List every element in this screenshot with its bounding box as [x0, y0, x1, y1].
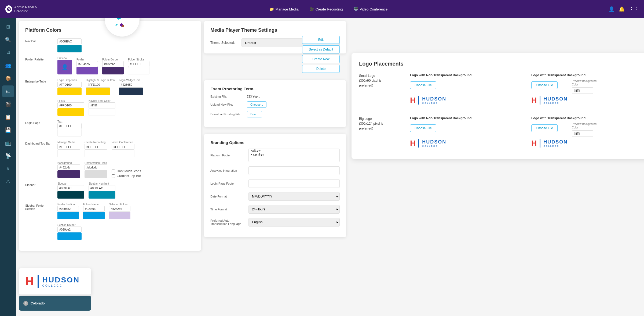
download-row: Download Existing File: Dow... [210, 111, 340, 117]
folder-section-input[interactable] [57, 206, 79, 212]
sidebar-item-media[interactable]: 🎬 [2, 98, 14, 110]
login-text-input[interactable] [57, 123, 82, 129]
big-trans-choose-button[interactable]: Choose File [531, 124, 558, 132]
upload-new-label: Upload New File: [210, 103, 243, 106]
login-text-swatch [57, 129, 82, 137]
time-format-select[interactable]: 24-Hours 12-Hours [248, 205, 340, 214]
date-format-select[interactable]: MM/DD/YYYY DD/MM/YYYY YYYY/MM/DD [248, 192, 340, 201]
folder-border-input[interactable] [102, 61, 124, 67]
sidebar-item-warning[interactable]: ⚠ [2, 176, 14, 188]
login-dropdown-swatch [57, 88, 82, 95]
svg-text:S: S [8, 8, 10, 11]
analytics-input[interactable] [248, 166, 340, 175]
folder-stroke-input[interactable] [128, 61, 149, 67]
download-label: Download Existing File: [210, 113, 243, 116]
login-widget-input[interactable] [119, 82, 143, 88]
big-logo-size-label: Big Logo(300x124 pixel ispreferred) [359, 116, 402, 131]
small-trans-preview: H HUDSON COLLEGE [531, 92, 568, 108]
big-nontrans-choose-button[interactable]: Choose File [410, 124, 436, 132]
nav-video-conference[interactable]: 🖥️ Video Conference [354, 7, 388, 11]
folder-hex-input[interactable] [76, 61, 98, 67]
video-conf-color-group: Video Conference [112, 141, 134, 157]
navbar-font-input[interactable] [89, 102, 115, 108]
logo-placements-panel: Logo Placements Small Logo(300x90 pixel … [352, 53, 644, 159]
big-nontrans-title: Logo with Non-Transparent Background [410, 116, 523, 120]
small-trans-choose-button[interactable]: Choose File [531, 81, 558, 89]
upload-choose-button[interactable]: Choose... [247, 101, 266, 108]
video-conf-color-input[interactable] [112, 144, 134, 150]
sidebar-item-storage[interactable]: 💾 [2, 124, 14, 136]
create-new-button[interactable]: Create New [302, 55, 340, 63]
preview-color-group: Preview 👤 [57, 57, 72, 74]
login-text-group: Text [57, 120, 82, 137]
sidebar-item-clipboard[interactable]: 📋 [2, 111, 14, 123]
select-as-default-button[interactable]: Select as Default [302, 45, 340, 53]
user-icon[interactable]: 👤 [609, 6, 614, 12]
small-logo-transparent: Logo with Transparent Background Choose … [531, 73, 644, 108]
folder-name-input[interactable] [83, 206, 105, 212]
section-divider-input[interactable] [57, 227, 82, 232]
login-footer-input[interactable] [248, 179, 340, 188]
folder-palette-colors: Preview 👤 Folder Folder Border [57, 57, 149, 74]
folder-border-swatch [102, 67, 124, 74]
highlight-login-swatch [86, 88, 110, 95]
folder-stroke-swatch [128, 67, 149, 74]
sidebar-item-monitor[interactable]: 🖥 [2, 47, 14, 59]
nav-manage-media[interactable]: 📁 Manage Media [269, 7, 299, 11]
navbar-hex-input[interactable] [57, 38, 82, 44]
section-divider-group: Section Divider [57, 224, 82, 240]
nav-create-recording[interactable]: 🎥 Create Recording [309, 7, 343, 11]
manage-media-color-input[interactable] [57, 144, 80, 150]
create-recording-color-input[interactable] [85, 144, 107, 150]
colorado-text: Colorado [31, 301, 45, 305]
sidebar-item-package[interactable]: 📦 [2, 73, 14, 84]
hudson-h-icon: H [410, 96, 415, 105]
dark-mode-checkbox[interactable] [112, 170, 115, 173]
sidebar-item-hash[interactable]: # [2, 163, 14, 175]
navbar-label: Nav Bar [25, 38, 52, 43]
selected-folder-input[interactable] [109, 206, 130, 212]
hudson-card: H HUDSON COLLEGE [19, 268, 91, 295]
small-nontrans-choose-button[interactable]: Choose File [410, 81, 436, 89]
big-logo-non-transparent: Logo with Non-Transparent Background Cho… [410, 116, 523, 151]
nav-center: 📁 Manage Media 🎥 Create Recording 🖥️ Vid… [48, 7, 609, 11]
manage-media-icon: 📁 [269, 7, 274, 11]
sidebar-highlight-input[interactable] [89, 185, 115, 191]
download-button[interactable]: Dow... [247, 111, 262, 117]
gradient-top-checkbox[interactable] [112, 174, 115, 178]
hudson-card-bar [38, 275, 39, 288]
delete-button[interactable]: Delete [302, 65, 340, 73]
apps-icon[interactable]: ⋮⋮ [629, 6, 639, 12]
background-input[interactable] [57, 164, 80, 170]
preview-swatch: 👤 [57, 60, 72, 74]
folder-palette-row: Folder Palette Preview 👤 Folder F [25, 57, 195, 74]
gradient-top-label: Gradient Top Bar [117, 174, 141, 178]
focus-input[interactable] [57, 102, 84, 108]
sidebar-item-broadcast[interactable]: 📡 [2, 150, 14, 162]
branding-options-panel: Branding Options Platform Footer <div> <… [204, 134, 346, 237]
login-footer-label: Login Page Footer [210, 182, 245, 185]
big-preview-bg-input[interactable] [572, 130, 593, 137]
enterprise-tube-label: Enterprise Tube [25, 79, 52, 83]
hudson-logo-big-trans: H HUDSON COLLEGE [531, 139, 568, 148]
notification-icon[interactable]: 🔔 [619, 6, 625, 12]
hudson-card-college: COLLEGE [42, 284, 80, 287]
preview-bg-input[interactable] [572, 87, 593, 94]
edit-button[interactable]: Edit [302, 36, 340, 44]
sidebar-item-grid[interactable]: ⊞ [2, 21, 14, 33]
sidebar-item-search[interactable]: 🔍 [2, 34, 14, 46]
sidebar-item-tv[interactable]: 📺 [2, 137, 14, 149]
platform-footer-input[interactable]: <div> <center [248, 149, 340, 162]
sidebar-item-branding[interactable]: 🏷 [2, 85, 14, 97]
transcription-language-select[interactable]: English Spanish French [248, 218, 340, 227]
platform-footer-row: Platform Footer <div> <center [210, 149, 340, 162]
colorado-strip: © Colorado [19, 296, 91, 311]
sidebar-item-users[interactable]: 👥 [2, 60, 14, 71]
demarcation-input[interactable] [85, 164, 107, 170]
sidebar-color-input[interactable] [57, 185, 84, 191]
highlight-login-input[interactable] [86, 82, 110, 88]
small-nontrans-title: Logo with Non-Transparent Background [410, 73, 523, 77]
branding-pencil-icon [111, 18, 133, 30]
background-swatch [57, 170, 80, 178]
login-dropdown-input[interactable] [57, 82, 82, 88]
